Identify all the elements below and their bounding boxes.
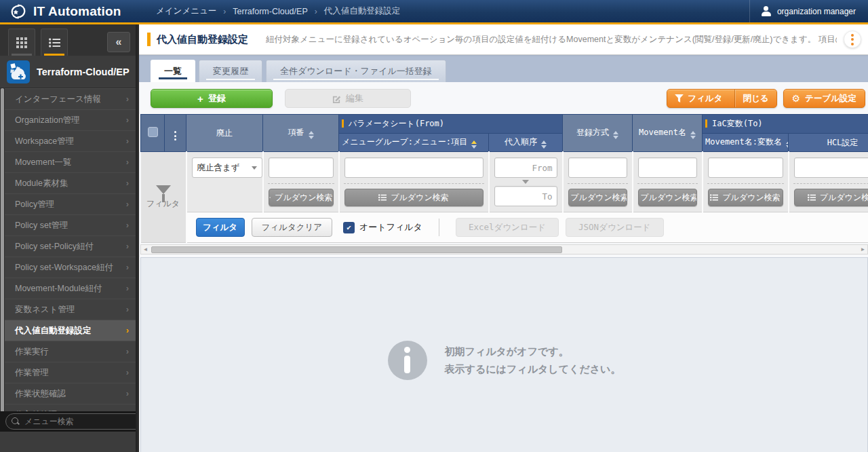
breadcrumb-main-menu[interactable]: メインメニュー bbox=[156, 5, 216, 17]
sidebar-item-policy-set-policy[interactable]: Policy set-Policy紐付› bbox=[5, 236, 136, 257]
breadcrumb-separator-icon: › bbox=[315, 7, 317, 16]
tab-label: 全件ダウンロード・ファイル一括登録 bbox=[280, 65, 432, 77]
movement-name-pulldown-button[interactable]: プルダウン検索 bbox=[638, 189, 697, 206]
pulldown-label: プルダウン検索 bbox=[640, 192, 696, 204]
column-header-hcl-setting[interactable]: HCL設定 bbox=[789, 134, 868, 152]
filter-apply-button[interactable]: フィルタ bbox=[196, 218, 245, 237]
movement-name-filter-input[interactable] bbox=[638, 157, 697, 178]
registration-method-pulldown-button[interactable]: プルダウン検索 bbox=[568, 189, 627, 206]
sidebar-scrollbar-thumb[interactable] bbox=[1, 88, 4, 413]
sidebar-item-variable-nest[interactable]: 変数ネスト管理› bbox=[5, 299, 136, 320]
sidebar-item-substitution-auto-registration[interactable]: 代入値自動登録設定› bbox=[5, 320, 136, 341]
registration-method-filter-input[interactable] bbox=[568, 157, 627, 178]
hcl-setting-pulldown-button[interactable]: プルダウン検索 bbox=[794, 189, 868, 206]
sort-icon[interactable] bbox=[613, 131, 618, 139]
sort-icon[interactable] bbox=[690, 131, 696, 139]
scroll-left-arrow-icon[interactable]: ◄ bbox=[141, 245, 150, 254]
sidebar-item-work-status[interactable]: 作業状態確認› bbox=[5, 383, 136, 404]
filter-clear-button[interactable]: フィルタクリア bbox=[252, 218, 333, 237]
column-header-registration-method[interactable]: 登録方式 bbox=[563, 115, 633, 152]
movement-variable-filter-input[interactable] bbox=[708, 157, 783, 178]
sidebar-item-policy-set-workspace[interactable]: Policy set-Workspace紐付› bbox=[5, 257, 136, 278]
column-header-menu-group-item[interactable]: メニューグループ:メニュー:項目 bbox=[339, 134, 489, 152]
chevron-right-icon: › bbox=[126, 215, 129, 236]
main-content: 代入値自動登録設定 紐付対象メニューに登録されているオペーション毎の項目の設定値… bbox=[139, 24, 868, 452]
row-menu-header[interactable] bbox=[165, 115, 186, 152]
sidebar-tab-grid-view[interactable] bbox=[8, 29, 35, 56]
sidebar-item-movement-module[interactable]: Movement-Module紐付› bbox=[5, 278, 136, 299]
sidebar-item-interface-info[interactable]: インターフェース情報› bbox=[5, 88, 136, 109]
sidebar-item-policy[interactable]: Policy管理› bbox=[5, 193, 136, 214]
horizontal-scrollbar-track[interactable] bbox=[150, 245, 859, 254]
filter-cell-hcl-setting: プルダウン検索 bbox=[789, 152, 868, 212]
breadcrumb-separator-icon: › bbox=[223, 7, 226, 16]
sidebar-item-organization[interactable]: Organization管理› bbox=[5, 109, 136, 130]
tab-change-history[interactable]: 変更履歴 bbox=[199, 60, 262, 82]
sidebar-item-label: 代入値自動登録設定 bbox=[15, 320, 92, 341]
top-header: IT Automation メインメニュー › Terraform-Cloud/… bbox=[0, 0, 868, 24]
item-no-filter-input[interactable] bbox=[269, 157, 334, 178]
checkbox-checked-icon[interactable]: ✔ bbox=[343, 222, 355, 233]
column-header-movement-name[interactable]: Movement名 bbox=[633, 115, 703, 152]
column-header-discard[interactable]: 廃止 bbox=[186, 115, 263, 152]
column-header-substitution-order[interactable]: 代入順序 bbox=[489, 134, 563, 152]
pulldown-label: プルダウン検索 bbox=[391, 192, 448, 204]
order-from-input[interactable] bbox=[494, 157, 557, 178]
user-menu[interactable]: organization manager bbox=[749, 0, 868, 22]
sort-icon[interactable] bbox=[309, 131, 314, 139]
tab-bulk-download-upload[interactable]: 全件ダウンロード・ファイル一括登録 bbox=[266, 60, 446, 82]
filter-close-button[interactable]: 閉じる bbox=[734, 90, 776, 107]
menu-group-pulldown-button[interactable]: プルダウン検索 bbox=[344, 189, 484, 206]
sort-icon-active[interactable] bbox=[471, 140, 477, 149]
table-settings-button[interactable]: ⚙ テーブル設定 bbox=[783, 89, 865, 108]
column-label: 項番 bbox=[288, 128, 304, 137]
menu-group-filter-input[interactable] bbox=[344, 157, 484, 178]
sidebar-item-label: Movement一覧 bbox=[15, 152, 71, 172]
breadcrumb: メインメニュー › Terraform-Cloud/EP › 代入値自動登録設定 bbox=[156, 5, 400, 17]
tab-list[interactable]: 一覧 bbox=[151, 60, 195, 82]
select-all-header bbox=[141, 115, 165, 152]
funnel-icon bbox=[675, 94, 684, 102]
sidebar-item-policy-set[interactable]: Policy set管理› bbox=[5, 214, 136, 236]
item-no-pulldown-button[interactable]: プルダウン検索 bbox=[269, 189, 334, 206]
tab-label: 一覧 bbox=[164, 65, 182, 77]
dot-icon bbox=[851, 43, 854, 45]
register-button[interactable]: + 登録 bbox=[151, 89, 273, 108]
column-header-movement-variable[interactable]: Movement名:変数名 bbox=[703, 134, 789, 152]
plus-icon: + bbox=[197, 93, 203, 105]
sidebar-item-label: 作業管理 bbox=[15, 362, 49, 383]
sidebar-tab-list-view[interactable] bbox=[41, 29, 68, 56]
divider bbox=[568, 183, 628, 184]
filter-open-button[interactable]: フィルタ bbox=[667, 90, 730, 107]
sidebar-item-module-materials[interactable]: Module素材集› bbox=[5, 172, 136, 193]
sidebar-collapse-button[interactable]: « bbox=[107, 32, 130, 52]
sidebar-item-workspace[interactable]: Workspace管理› bbox=[5, 130, 136, 151]
horizontal-scrollbar-thumb[interactable] bbox=[151, 246, 562, 253]
select-all-checkbox[interactable] bbox=[148, 127, 158, 137]
column-header-item-no[interactable]: 項番 bbox=[263, 115, 339, 152]
movement-variable-pulldown-button[interactable]: プルダウン検索 bbox=[708, 189, 783, 206]
order-to-input[interactable] bbox=[494, 186, 557, 206]
excel-download-button: Excelダウンロード bbox=[456, 218, 559, 237]
chevron-right-icon: › bbox=[126, 131, 129, 151]
sidebar-item-work-management[interactable]: 作業管理› bbox=[5, 362, 136, 383]
sidebar-item-movement-list[interactable]: Movement一覧› bbox=[5, 151, 136, 172]
sort-icon[interactable] bbox=[541, 140, 547, 149]
hcl-setting-filter-input[interactable] bbox=[794, 157, 868, 178]
auto-filter-toggle[interactable]: ✔ オートフィルタ bbox=[343, 221, 422, 233]
scroll-right-arrow-icon[interactable]: ► bbox=[859, 245, 867, 254]
breadcrumb-menu-group[interactable]: Terraform-Cloud/EP bbox=[233, 7, 307, 16]
description-more-button[interactable] bbox=[844, 31, 861, 48]
chevron-right-icon: › bbox=[126, 278, 129, 299]
chevron-double-left-icon: « bbox=[116, 36, 122, 48]
sidebar-item-execution[interactable]: 作業実行› bbox=[5, 341, 136, 362]
search-clear-icon[interactable]: ✕ bbox=[134, 417, 136, 427]
sidebar-item-label: Policy管理 bbox=[15, 194, 54, 214]
edit-label: 編集 bbox=[346, 92, 363, 105]
grid-icon bbox=[16, 37, 27, 48]
chevron-right-icon: › bbox=[126, 110, 129, 130]
sidebar-menu: インターフェース情報› Organization管理› Workspace管理›… bbox=[5, 88, 136, 432]
discard-filter-select[interactable]: 廃止含まず bbox=[192, 157, 262, 178]
sort-icon[interactable] bbox=[786, 140, 788, 149]
menu-search-input[interactable] bbox=[24, 417, 130, 426]
